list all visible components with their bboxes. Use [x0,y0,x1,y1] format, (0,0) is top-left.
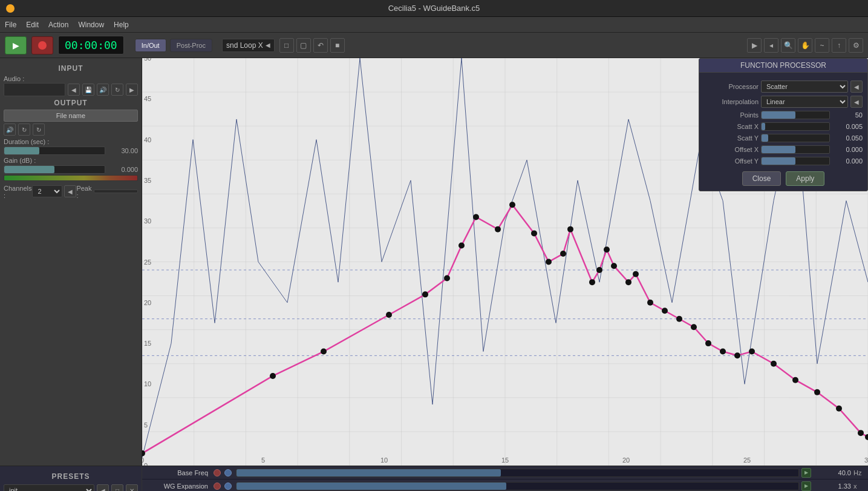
audio-input-row: ◀ 💾 🔊 ↻ ▶ [4,83,138,96]
wave-tool[interactable]: ~ [815,38,829,53]
param-dot-blue-1 [224,483,232,490]
menu-window[interactable]: Window [78,21,104,29]
fp-offsetx-label: Offset X [704,146,759,153]
preset-save-btn[interactable]: □ [111,484,123,491]
transport-bar: ▶ 00:00:00 In/Out Post-Proc snd Loop X ◀… [0,33,868,58]
peak-label: Peak : [76,185,93,199]
main-area: INPUT Audio : ◀ 💾 🔊 ↻ ▶ OUTPUT File name… [0,58,868,466]
window-title: Cecilia5 - WGuideBank.c5 [388,4,480,13]
audio-file-box [4,83,65,96]
audio-play-btn[interactable]: ▶ [126,84,138,96]
hand-tool[interactable]: ✋ [798,38,812,53]
fp-processor-arrow[interactable]: ◀ [850,81,863,93]
gain-value: 0.000 [108,166,138,173]
pointer-tool[interactable]: ▶ [747,38,762,53]
arrow-tool[interactable]: ↑ [832,38,846,53]
fp-interpolation-arrow[interactable]: ◀ [850,96,863,108]
param-play-0[interactable]: ▶ [801,468,811,478]
presets-title: PRESETS [4,472,138,481]
menu-action[interactable]: Action [48,21,68,29]
output-reload-btn[interactable]: ↻ [33,124,45,136]
fp-offsety-value: 0.000 [832,157,863,165]
param-unit-0: Hz [853,469,868,476]
graph-icon-undo[interactable]: ↶ [313,38,328,53]
graph-icon-open[interactable]: ▢ [296,38,311,53]
audio-speaker-btn[interactable]: 🔊 [97,84,109,96]
transport-section: In/Out Post-Proc [135,39,212,52]
param-slider-0[interactable] [236,469,799,477]
fp-header: FUNCTION PROCESSOR [699,59,867,73]
param-play-1[interactable]: ▶ [801,481,811,491]
fp-interpolation-row: Interpolation Linear ◀ [704,96,863,108]
audio-arrow-btn[interactable]: ◀ [68,84,80,96]
gain-slider-row: 0.000 [4,165,138,174]
file-name-button[interactable]: File name [4,110,138,122]
fp-offsety-label: Offset Y [704,157,759,165]
param-name-1: WG Expansion [142,483,212,490]
func-processor-panel: FUNCTION PROCESSOR Processor Scatter ◀ I… [699,58,868,191]
fp-scatty-row: Scatt Y 0.050 [704,134,863,142]
peak-value [94,189,138,193]
duration-slider-row: 30.00 [4,147,138,155]
preset-delete-btn[interactable]: ✕ [126,484,138,491]
right-toolbar: ▶ ◂ 🔍 ✋ ~ ↑ ⚙ [747,38,863,53]
sound-selector-arrow: ◀ [266,42,270,48]
fp-points-slider[interactable] [761,111,830,119]
fp-offsetx-slider[interactable] [761,145,830,154]
graph-icon-save[interactable]: □ [279,38,294,53]
titlebar: Cecilia5 - WGuideBank.c5 [0,0,868,17]
fp-points-value: 50 [832,111,863,119]
presets-panel: PRESETS init ◀ □ ✕ Filter Type Lowpass ◀… [0,466,142,491]
param-val-1: 1.33 [811,483,853,490]
fp-points-label: Points [704,111,759,119]
channels-arrow[interactable]: ◀ [64,185,76,197]
fp-offsety-row: Offset Y 0.000 [704,157,863,165]
fp-offsetx-value: 0.000 [832,146,863,153]
gain-label: Gain (dB) : [4,157,138,164]
duration-label: Duration (sec) : [4,138,138,145]
fp-offsety-slider[interactable] [761,157,830,165]
play-button[interactable]: ▶ [5,36,27,54]
fp-scattx-slider[interactable] [761,122,830,131]
param-row-0: Base Freq▶40.0Hz [142,466,868,479]
fp-apply-button[interactable]: Apply [786,171,824,186]
fp-scatty-slider[interactable] [761,134,830,142]
traffic-light[interactable] [6,4,15,13]
output-loop-btn[interactable]: ↻ [18,124,30,136]
bottom-area: PRESETS init ◀ □ ✕ Filter Type Lowpass ◀… [0,466,868,491]
menu-help[interactable]: Help [114,21,129,29]
audio-save-btn[interactable]: 💾 [82,84,94,96]
zoom-tool[interactable]: 🔍 [781,38,795,53]
gain-slider[interactable] [4,165,105,174]
fp-interpolation-select[interactable]: Linear [761,96,848,108]
fp-scattx-row: Scatt X 0.005 [704,122,863,131]
fp-content: Processor Scatter ◀ Interpolation Linear… [699,73,867,191]
preset-arrow-btn[interactable]: ◀ [97,484,109,491]
audio-label: Audio : [4,75,138,82]
output-speaker-btn[interactable]: 🔊 [4,124,16,136]
menu-file[interactable]: File [5,21,16,29]
menu-edit[interactable]: Edit [26,21,39,29]
gain-meter [4,175,138,181]
graph-icon-view[interactable]: ■ [330,38,345,53]
fp-scatty-label: Scatt Y [704,134,759,142]
param-slider-1[interactable] [236,482,799,490]
fp-processor-select[interactable]: Scatter [761,81,848,93]
audio-loop-btn[interactable]: ↻ [111,84,123,96]
param-row-1: WG Expansion▶1.33x [142,479,868,491]
preset-select[interactable]: init [4,484,94,491]
fp-interpolation-label: Interpolation [704,98,759,105]
duration-slider[interactable] [4,147,105,155]
record-button[interactable] [31,36,53,54]
channels-select[interactable]: 2 [32,185,62,197]
inout-button[interactable]: In/Out [135,39,166,52]
fp-scattx-label: Scatt X [704,123,759,130]
graph-toolbar-icons: □ ▢ ↶ ■ [279,38,345,53]
param-dot-blue-0 [224,469,232,476]
eraser-tool[interactable]: ◂ [764,38,778,53]
fp-close-button[interactable]: Close [742,171,782,186]
settings-tool[interactable]: ⚙ [849,38,863,53]
postproc-button[interactable]: Post-Proc [170,39,212,52]
param-name-0: Base Freq [142,469,212,476]
sound-selector[interactable]: snd Loop X ◀ [222,39,275,52]
